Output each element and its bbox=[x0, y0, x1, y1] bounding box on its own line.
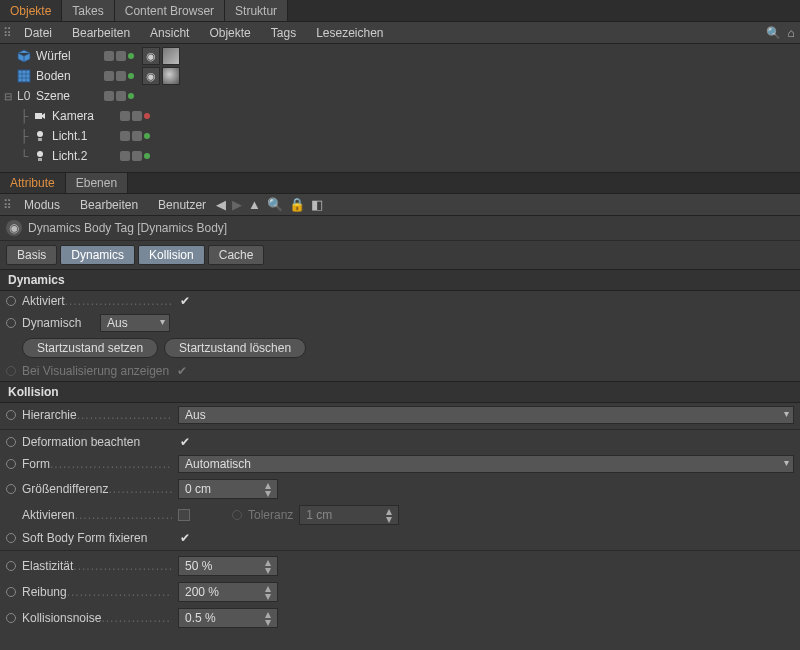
menu-objekte[interactable]: Objekte bbox=[199, 23, 260, 43]
nav-forward-icon[interactable]: ▶ bbox=[232, 197, 242, 212]
menu-bearbeiten[interactable]: Bearbeiten bbox=[62, 23, 140, 43]
anim-dot[interactable] bbox=[6, 318, 16, 328]
menu-benutzer[interactable]: Benutzer bbox=[148, 195, 216, 215]
anim-dot bbox=[232, 510, 242, 520]
svg-rect-2 bbox=[35, 113, 42, 119]
kollisionsnoise-input[interactable]: 0.5 %▴▾ bbox=[178, 608, 278, 628]
menu-bearbeiten[interactable]: Bearbeiten bbox=[70, 195, 148, 215]
subtab-kollision[interactable]: Kollision bbox=[138, 245, 205, 265]
svg-point-4 bbox=[37, 151, 43, 157]
home-icon[interactable]: ⌂ bbox=[782, 26, 800, 40]
menu-modus[interactable]: Modus bbox=[14, 195, 70, 215]
menu-datei[interactable]: Datei bbox=[14, 23, 62, 43]
grip-icon[interactable]: ⠿ bbox=[0, 198, 14, 212]
groessendifferenz-input[interactable]: 0 cm▴▾ bbox=[178, 479, 278, 499]
tree-label: Szene bbox=[36, 89, 100, 103]
enable-dot[interactable] bbox=[128, 53, 134, 59]
layer-dot[interactable] bbox=[116, 71, 126, 81]
anim-dot[interactable] bbox=[6, 437, 16, 447]
tree-row-wuerfel[interactable]: Würfel ◉ bbox=[0, 46, 800, 66]
layer-dot[interactable] bbox=[120, 151, 130, 161]
param-label: Bei Visualisierung anzeigen bbox=[22, 364, 169, 378]
layer-dot[interactable] bbox=[132, 131, 142, 141]
svg-rect-0 bbox=[18, 70, 30, 82]
attribute-tab-bar: Attribute Ebenen bbox=[0, 172, 800, 194]
tag-material-icon[interactable] bbox=[162, 47, 180, 65]
search-icon[interactable]: 🔍 bbox=[764, 26, 782, 40]
anim-dot[interactable] bbox=[6, 613, 16, 623]
tab-attribute[interactable]: Attribute bbox=[0, 173, 66, 193]
layer-dot[interactable] bbox=[132, 111, 142, 121]
anim-dot[interactable] bbox=[6, 410, 16, 420]
nav-up-icon[interactable]: ▲ bbox=[248, 197, 261, 212]
layer-dot[interactable] bbox=[132, 151, 142, 161]
nav-back-icon[interactable]: ◀ bbox=[216, 197, 226, 212]
anim-dot[interactable] bbox=[6, 484, 16, 494]
tab-content-browser[interactable]: Content Browser bbox=[115, 0, 225, 21]
camera-icon bbox=[32, 108, 48, 124]
tag-material-icon[interactable] bbox=[162, 67, 180, 85]
anim-dot[interactable] bbox=[6, 587, 16, 597]
enable-dot[interactable] bbox=[128, 73, 134, 79]
deformation-checkbox[interactable]: ✔ bbox=[178, 435, 192, 449]
light-icon bbox=[32, 128, 48, 144]
param-label: Kollisionsnoise bbox=[22, 611, 172, 625]
anim-dot[interactable] bbox=[6, 459, 16, 469]
subtab-basis[interactable]: Basis bbox=[6, 245, 57, 265]
anim-dot[interactable] bbox=[6, 561, 16, 571]
param-label: Form bbox=[22, 457, 172, 471]
anim-dot[interactable] bbox=[6, 296, 16, 306]
enable-dot[interactable] bbox=[128, 93, 134, 99]
tree-row-licht1[interactable]: ├ Licht.1 bbox=[0, 126, 800, 146]
lock-icon[interactable]: 🔒 bbox=[289, 197, 305, 212]
null-icon: L0 bbox=[16, 88, 32, 104]
tab-ebenen[interactable]: Ebenen bbox=[66, 173, 128, 193]
param-label: Größendifferenz bbox=[22, 482, 172, 496]
tab-takes[interactable]: Takes bbox=[62, 0, 114, 21]
tab-objekte[interactable]: Objekte bbox=[0, 0, 62, 21]
new-window-icon[interactable]: ◧ bbox=[311, 197, 323, 212]
enable-dot[interactable] bbox=[144, 133, 150, 139]
light-icon bbox=[32, 148, 48, 164]
menu-ansicht[interactable]: Ansicht bbox=[140, 23, 199, 43]
param-label: Elastizität bbox=[22, 559, 172, 573]
layer-dot[interactable] bbox=[116, 91, 126, 101]
hierarchie-select[interactable]: Aus bbox=[178, 406, 794, 424]
tree-row-kamera[interactable]: ├ Kamera bbox=[0, 106, 800, 126]
startzustand-setzen-button[interactable]: Startzustand setzen bbox=[22, 338, 158, 358]
layer-dot[interactable] bbox=[120, 111, 130, 121]
softbody-checkbox[interactable]: ✔ bbox=[178, 531, 192, 545]
menu-lesezeichen[interactable]: Lesezeichen bbox=[306, 23, 393, 43]
collapse-toggle[interactable]: ⊟ bbox=[0, 91, 16, 102]
param-label: Aktiviert bbox=[22, 294, 172, 308]
attribute-title-bar: ◉ Dynamics Body Tag [Dynamics Body] bbox=[0, 216, 800, 241]
tag-dynamics-icon[interactable]: ◉ bbox=[142, 67, 160, 85]
startzustand-loeschen-button[interactable]: Startzustand löschen bbox=[164, 338, 306, 358]
subtab-dynamics[interactable]: Dynamics bbox=[60, 245, 135, 265]
anim-dot bbox=[6, 366, 16, 376]
form-select[interactable]: Automatisch bbox=[178, 455, 794, 473]
menu-tags[interactable]: Tags bbox=[261, 23, 306, 43]
layer-dot[interactable] bbox=[104, 91, 114, 101]
tree-row-szene[interactable]: ⊟ L0 Szene bbox=[0, 86, 800, 106]
layer-dot[interactable] bbox=[116, 51, 126, 61]
layer-dot[interactable] bbox=[104, 71, 114, 81]
grip-icon[interactable]: ⠿ bbox=[0, 26, 14, 40]
enable-dot[interactable] bbox=[144, 153, 150, 159]
tree-row-licht2[interactable]: └ Licht.2 bbox=[0, 146, 800, 166]
svg-text:L0: L0 bbox=[17, 89, 31, 103]
enable-dot[interactable] bbox=[144, 113, 150, 119]
anim-dot[interactable] bbox=[6, 533, 16, 543]
elastizitaet-input[interactable]: 50 %▴▾ bbox=[178, 556, 278, 576]
dynamisch-select[interactable]: Aus bbox=[100, 314, 170, 332]
subtab-cache[interactable]: Cache bbox=[208, 245, 265, 265]
tag-dynamics-icon[interactable]: ◉ bbox=[142, 47, 160, 65]
search-icon[interactable]: 🔍 bbox=[267, 197, 283, 212]
tab-struktur[interactable]: Struktur bbox=[225, 0, 288, 21]
reibung-input[interactable]: 200 %▴▾ bbox=[178, 582, 278, 602]
layer-dot[interactable] bbox=[120, 131, 130, 141]
tree-row-boden[interactable]: Boden ◉ bbox=[0, 66, 800, 86]
param-label: Aktivieren bbox=[22, 508, 172, 522]
layer-dot[interactable] bbox=[104, 51, 114, 61]
aktiviert-checkbox[interactable]: ✔ bbox=[178, 294, 192, 308]
